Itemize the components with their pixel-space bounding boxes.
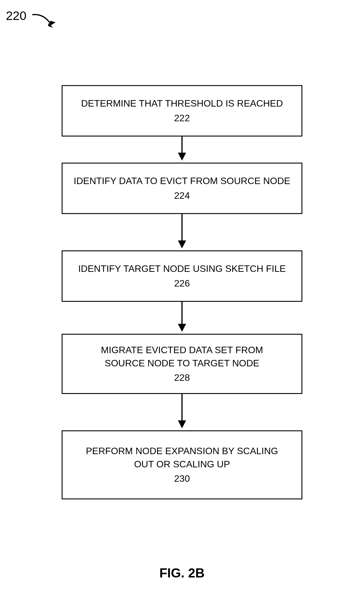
flow-box-text: IDENTIFY TARGET NODE USING SKETCH FILE (78, 262, 286, 275)
figure-label: FIG. 2B (0, 566, 364, 580)
arrow-down-icon (176, 137, 188, 163)
svg-marker-6 (178, 324, 186, 332)
svg-marker-2 (178, 153, 186, 161)
flow-box-228: MIGRATE EVICTED DATA SET FROM SOURCE NOD… (62, 334, 302, 394)
flow-box-number: 222 (174, 112, 190, 125)
arrow-down-icon (176, 302, 188, 334)
svg-marker-8 (178, 420, 186, 428)
flow-box-text: PERFORM NODE EXPANSION BY SCALING OUT OR… (80, 444, 284, 471)
arrow-down-icon (176, 394, 188, 430)
flow-box-number: 230 (174, 472, 190, 485)
flow-box-226: IDENTIFY TARGET NODE USING SKETCH FILE 2… (62, 250, 302, 302)
flow-box-text: MIGRATE EVICTED DATA SET FROM SOURCE NOD… (80, 343, 284, 370)
curved-arrow-icon (31, 12, 57, 38)
flow-box-222: DETERMINE THAT THRESHOLD IS REACHED 222 (62, 85, 302, 137)
flow-box-number: 228 (174, 371, 190, 384)
svg-marker-4 (178, 240, 186, 248)
flow-box-224: IDENTIFY DATA TO EVICT FROM SOURCE NODE … (62, 163, 302, 214)
reference-number: 220 (6, 9, 26, 23)
reference-label: 220 (6, 9, 57, 38)
arrow-down-icon (176, 214, 188, 250)
flow-box-230: PERFORM NODE EXPANSION BY SCALING OUT OR… (62, 430, 302, 499)
flow-box-number: 226 (174, 277, 190, 290)
flow-box-number: 224 (174, 189, 190, 202)
flow-box-text: DETERMINE THAT THRESHOLD IS REACHED (81, 97, 283, 110)
flow-box-text: IDENTIFY DATA TO EVICT FROM SOURCE NODE (74, 174, 290, 188)
flowchart-container: DETERMINE THAT THRESHOLD IS REACHED 222 … (62, 85, 302, 499)
